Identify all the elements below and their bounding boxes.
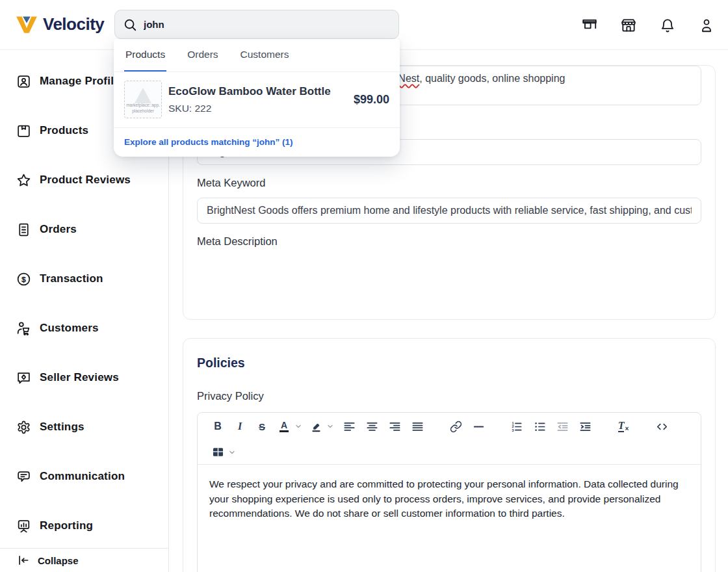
- table-chevron-icon[interactable]: [228, 443, 237, 462]
- product-image-placeholder: marketplace::app.placeholder: [124, 81, 162, 118]
- order-list-icon: [16, 222, 32, 238]
- highlight-chevron-icon[interactable]: [326, 417, 335, 436]
- code-view-icon[interactable]: [652, 417, 671, 436]
- meta-keyword-input[interactable]: [197, 198, 701, 224]
- sidebar-item-seller-reviews[interactable]: Seller Reviews: [0, 353, 168, 402]
- sidebar-item-label: Customers: [40, 322, 99, 335]
- search-dropdown-tabs: Products Orders Customers: [114, 39, 400, 72]
- sidebar-item-settings[interactable]: Settings: [0, 402, 168, 452]
- product-box-icon: [16, 123, 32, 139]
- privacy-policy-editor-content[interactable]: We respect your privacy and are committe…: [198, 465, 698, 534]
- privacy-policy-editor: B I S A: [197, 412, 701, 572]
- sidebar-item-label: Transaction: [40, 272, 103, 285]
- sidebar-item-label: Seller Reviews: [40, 371, 119, 384]
- sidebar-item-transaction[interactable]: $ Transaction: [0, 254, 168, 304]
- search-result-item[interactable]: marketplace::app.placeholder EcoGlow Bam…: [114, 72, 400, 127]
- tab-customers[interactable]: Customers: [239, 39, 291, 72]
- collapse-label: Collapse: [38, 555, 79, 566]
- table-icon[interactable]: [208, 443, 228, 462]
- sidebar-item-label: Settings: [40, 421, 84, 434]
- result-product-sku: SKU: 222: [168, 103, 348, 114]
- policies-card: Policies Privacy Policy B I S A: [183, 338, 716, 572]
- account-icon[interactable]: [698, 17, 715, 34]
- search-icon: [123, 18, 137, 32]
- align-left-icon[interactable]: [339, 417, 359, 436]
- sidebar-item-label: Products: [40, 124, 88, 137]
- explore-all-products-link[interactable]: Explore all products matching “john” (1): [124, 137, 293, 147]
- indent-icon[interactable]: [575, 417, 595, 436]
- report-board-icon: [16, 518, 32, 534]
- editor-toolbar-row1: B I S A: [198, 413, 701, 440]
- text-color-chevron-icon[interactable]: [294, 417, 303, 436]
- velocity-logo-icon: [14, 12, 39, 36]
- search-dropdown-footer: Explore all products matching “john” (1): [114, 127, 400, 157]
- text-color-icon[interactable]: A: [274, 417, 294, 436]
- review-bubble-icon: [16, 370, 32, 386]
- search-input[interactable]: [144, 19, 378, 30]
- align-justify-icon[interactable]: [408, 417, 427, 436]
- meta-description-text-after: , quality goods, online shopping: [419, 73, 565, 84]
- gear-icon: [16, 419, 32, 436]
- sidebar-item-customers[interactable]: Customers: [0, 304, 168, 353]
- tab-orders[interactable]: Orders: [186, 39, 219, 72]
- sidebar-item-label: Communication: [40, 470, 125, 483]
- sidebar-collapse-button[interactable]: Collapse: [0, 548, 168, 572]
- ordered-list-icon[interactable]: 123: [506, 417, 526, 436]
- store-icon[interactable]: [620, 17, 637, 34]
- sidebar-item-label: Reporting: [40, 519, 93, 532]
- svg-text:$: $: [21, 275, 26, 283]
- meta-keyword-label: Meta Keyword: [197, 177, 265, 189]
- meta-description-label: Meta Description: [197, 235, 278, 248]
- horizontal-rule-icon[interactable]: [469, 417, 488, 436]
- bold-icon[interactable]: B: [208, 417, 228, 436]
- placeholder-alt-text: marketplace::app.placeholder: [125, 102, 161, 118]
- placeholder-triangle-icon: [132, 86, 154, 103]
- sidebar-item-orders[interactable]: Orders: [0, 205, 168, 254]
- brand-logo[interactable]: Velocity: [14, 12, 104, 36]
- search-results-dropdown: Products Orders Customers marketplace::a…: [114, 39, 400, 157]
- notifications-bell-icon[interactable]: [659, 17, 676, 34]
- dollar-circle-icon: $: [16, 271, 32, 287]
- sidebar-item-label: Orders: [40, 223, 77, 236]
- result-product-price: $99.00: [354, 93, 389, 107]
- italic-icon[interactable]: I: [230, 417, 250, 436]
- brand-name: Velocity: [43, 14, 104, 34]
- sidebar-item-reporting[interactable]: Reporting: [0, 501, 168, 551]
- outdent-icon[interactable]: [552, 417, 572, 436]
- align-center-icon[interactable]: [362, 417, 382, 436]
- tab-products[interactable]: Products: [124, 39, 166, 72]
- strikethrough-icon[interactable]: S: [252, 417, 272, 436]
- app-window: Meta Keyword Meta Description home essen…: [0, 0, 728, 572]
- highlight-icon[interactable]: [306, 417, 326, 436]
- result-product-title: EcoGlow Bamboo Water Bottle: [168, 85, 348, 98]
- collapse-arrow-icon: [17, 554, 30, 567]
- align-right-icon[interactable]: [385, 417, 404, 436]
- policies-title: Policies: [197, 356, 245, 370]
- storefront-counter-icon[interactable]: [581, 17, 598, 34]
- customer-cart-icon: [16, 320, 32, 337]
- sidebar-item-product-reviews[interactable]: Product Reviews: [0, 155, 168, 205]
- link-icon[interactable]: [446, 417, 465, 436]
- global-search-bar[interactable]: [114, 10, 399, 39]
- sidebar-item-communication[interactable]: Communication: [0, 452, 168, 501]
- svg-text:3: 3: [512, 428, 514, 432]
- star-icon: [16, 172, 32, 188]
- editor-toolbar-row2: [198, 440, 701, 465]
- sidebar-item-label: Product Reviews: [40, 174, 131, 187]
- privacy-policy-label: Privacy Policy: [197, 390, 264, 402]
- chat-bubble-icon: [16, 469, 32, 485]
- sidebar-item-label: Manage Profile: [40, 75, 120, 88]
- header-actions: [581, 0, 715, 50]
- profile-card-icon: [16, 73, 32, 90]
- bullet-list-icon[interactable]: [530, 417, 549, 436]
- clear-formatting-icon[interactable]: T×: [614, 417, 633, 436]
